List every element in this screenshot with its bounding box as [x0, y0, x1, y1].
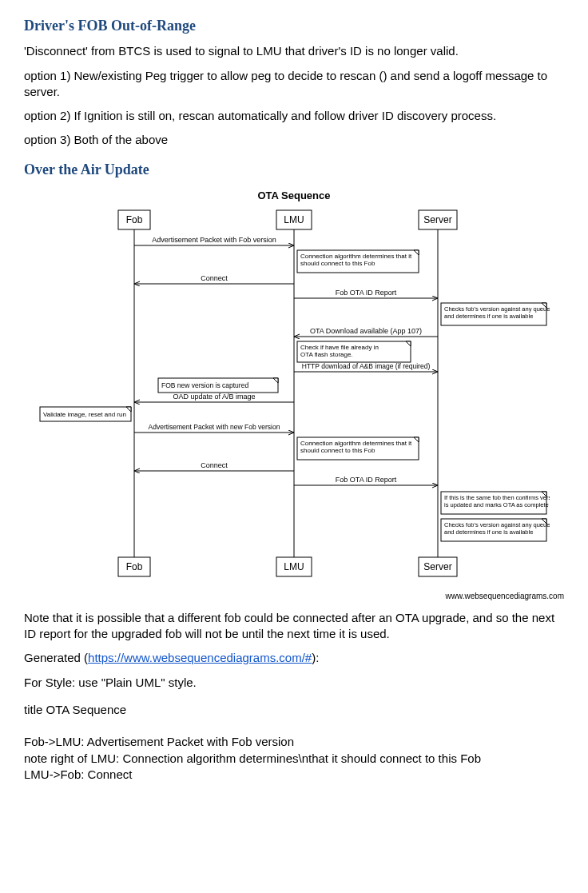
gen-suffix: ):	[312, 651, 319, 664]
code-line-3: LMU->Fob: Connect	[24, 767, 564, 783]
diagram-credit: www.websequencediagrams.com	[24, 591, 564, 602]
svg-text:HTTP download of A&B image (if: HTTP download of A&B image (if required)	[302, 362, 431, 370]
paragraph-option2: option 2) If Ignition is still on, resca…	[24, 108, 564, 124]
svg-text:Fob: Fob	[126, 561, 143, 572]
svg-text:If this is the same fob then c: If this is the same fob then confirms ve…	[444, 494, 550, 508]
svg-text:Advertisement Packet with Fob : Advertisement Packet with Fob version	[152, 236, 276, 244]
code-line-2: note right of LMU: Connection algorithm …	[24, 751, 564, 767]
ota-sequence-diagram: OTA Sequence Fob LMU Server Fob LMU Serv…	[24, 189, 564, 602]
svg-text:Server: Server	[423, 214, 451, 225]
gen-prefix: Generated (	[24, 651, 88, 664]
paragraph-intro: 'Disconnect' from BTCS is used to signal…	[24, 43, 564, 59]
uml-source-block: title OTA Sequence Fob->LMU: Advertiseme…	[24, 702, 564, 783]
svg-text:Fob OTA ID Report: Fob OTA ID Report	[336, 289, 397, 297]
svg-text:Fob OTA ID Report: Fob OTA ID Report	[336, 476, 397, 484]
svg-text:Connect: Connect	[201, 461, 228, 469]
svg-text:LMU: LMU	[284, 214, 304, 225]
svg-text:FOB new version is captured: FOB new version is captured	[161, 381, 248, 389]
svg-text:Advertisement Packet with new : Advertisement Packet with new Fob versio…	[149, 423, 280, 431]
paragraph-generated: Generated (https://www.websequencediagra…	[24, 650, 564, 666]
heading-ota-update: Over the Air Update	[24, 160, 564, 179]
svg-text:OTA Download available (App 10: OTA Download available (App 107)	[310, 327, 422, 335]
svg-text:OAD update of A/B image: OAD update of A/B image	[173, 393, 255, 401]
code-line-1: Fob->LMU: Advertisement Packet with Fob …	[24, 734, 564, 750]
paragraph-option1: option 1) New/existing Peg trigger to al…	[24, 68, 564, 101]
svg-text:Connect: Connect	[201, 274, 228, 282]
websequence-link[interactable]: https://www.websequencediagrams.com/#	[88, 651, 312, 664]
svg-text:Fob: Fob	[126, 214, 143, 225]
heading-fob-out-of-range: Driver's FOB Out-of-Range	[24, 16, 564, 35]
paragraph-style: For Style: use "Plain UML" style.	[24, 675, 564, 691]
code-title-line: title OTA Sequence	[24, 702, 564, 718]
svg-text:LMU: LMU	[284, 561, 304, 572]
diagram-title: OTA Sequence	[24, 189, 564, 203]
svg-text:Server: Server	[423, 561, 451, 572]
paragraph-note: Note that it is possible that a differen…	[24, 610, 564, 643]
svg-text:Validate image, reset and run: Validate image, reset and run	[43, 411, 126, 418]
paragraph-option3: option 3) Both of the above	[24, 132, 564, 148]
